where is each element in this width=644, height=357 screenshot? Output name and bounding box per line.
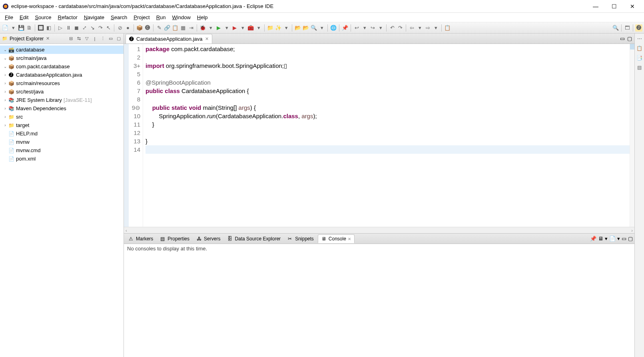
- prev-annotation-icon[interactable]: ↶: [389, 24, 396, 32]
- maximize-bottom-icon[interactable]: ▢: [628, 236, 633, 242]
- save-all-icon[interactable]: 🗎: [26, 24, 33, 32]
- menu-run[interactable]: Run: [153, 14, 169, 21]
- link-editor-icon[interactable]: ⇆: [76, 36, 82, 42]
- tree-node[interactable]: ⌄🗃️cardatabase: [0, 46, 124, 54]
- pin-editor-icon[interactable]: 📋: [444, 24, 451, 32]
- back-icon[interactable]: ⇦: [408, 24, 415, 32]
- coverage-dropdown-icon[interactable]: ▶: [231, 24, 238, 32]
- link-icon[interactable]: 🔗: [163, 24, 171, 32]
- minimize-editor-icon[interactable]: ▭: [620, 36, 625, 42]
- paste-icon[interactable]: 📋: [171, 24, 179, 32]
- open-type-icon[interactable]: 🔲: [37, 24, 44, 32]
- step-over-icon[interactable]: ↷: [97, 24, 104, 32]
- menu-search[interactable]: Search: [108, 14, 130, 21]
- menu-source[interactable]: Source: [32, 14, 54, 21]
- quick-access-icon[interactable]: 🔍: [612, 24, 619, 32]
- collapse-all-icon[interactable]: ⊟: [68, 36, 74, 42]
- indent-icon[interactable]: ⇥: [187, 24, 195, 32]
- line-number-gutter[interactable]: 123+56789⊖1011121314: [129, 44, 143, 227]
- nav-back-icon[interactable]: ↩: [353, 24, 360, 32]
- skip-breakpoints-icon[interactable]: ⊘: [116, 24, 124, 32]
- maximize-button[interactable]: ☐: [605, 0, 623, 13]
- pin-icon[interactable]: 📌: [341, 24, 349, 32]
- tree-node[interactable]: 📄pom.xml: [0, 155, 124, 163]
- open-folder-icon[interactable]: 📂: [302, 24, 309, 32]
- display-console-icon[interactable]: 🖥: [598, 236, 603, 242]
- maximize-view-icon[interactable]: ▢: [116, 36, 122, 42]
- new-server-icon[interactable]: 📁: [267, 24, 274, 32]
- outline-icon[interactable]: 📋: [636, 45, 643, 52]
- filter-icon[interactable]: ▽: [84, 36, 90, 42]
- search-icon[interactable]: 🔍: [310, 24, 317, 32]
- java-perspective-icon[interactable]: 🅙: [635, 24, 642, 32]
- step-into-icon[interactable]: ↘: [89, 24, 96, 32]
- wand-icon[interactable]: ✎: [156, 24, 163, 32]
- annotation-ruler[interactable]: [124, 44, 129, 227]
- scroll-left-icon[interactable]: ‹: [126, 228, 127, 233]
- tree-node[interactable]: ›📚Maven Dependencies: [0, 104, 124, 113]
- twisty-icon[interactable]: ›: [2, 98, 8, 102]
- save-icon[interactable]: 💾: [18, 24, 25, 32]
- close-view-icon[interactable]: ✕: [46, 36, 50, 41]
- twisty-icon[interactable]: ›: [2, 89, 8, 94]
- web-icon[interactable]: 🌐: [330, 24, 337, 32]
- tree-node[interactable]: 📄mvnw.cmd: [0, 146, 124, 155]
- bottom-tab-properties[interactable]: ▤Properties: [157, 234, 193, 243]
- scroll-right-icon[interactable]: ›: [631, 228, 633, 233]
- dropdown-icon[interactable]: ▾: [10, 24, 17, 32]
- open-perspective-icon[interactable]: 🗔: [624, 24, 631, 32]
- project-tree[interactable]: ⌄🗃️cardatabase⌄📦src/main/java⌄📦com.packt…: [0, 44, 124, 357]
- external-tools-icon[interactable]: 🧰: [247, 24, 254, 32]
- debug-resume-icon[interactable]: ▷: [57, 24, 64, 32]
- tree-node[interactable]: ›🅙CardatabaseApplication.java: [0, 71, 124, 79]
- debug-stop-icon[interactable]: ◼: [73, 24, 80, 32]
- twisty-icon[interactable]: ›: [2, 81, 8, 85]
- debug-suspend-icon[interactable]: ⏸: [65, 24, 72, 32]
- tree-node[interactable]: ⌄📦com.packt.cardatabase: [0, 62, 124, 71]
- minimize-bottom-icon[interactable]: ▭: [622, 236, 626, 242]
- maximize-editor-icon[interactable]: ▢: [627, 36, 632, 42]
- bottom-tab-markers[interactable]: ⚠Markers: [126, 234, 156, 243]
- tree-node[interactable]: ›📚JRE System Library[JavaSE-11]: [0, 96, 124, 104]
- tree-node[interactable]: ⌄📦src/main/java: [0, 54, 124, 62]
- menu-file[interactable]: File: [2, 14, 16, 21]
- step-return-icon[interactable]: ↖: [105, 24, 112, 32]
- menu-navigate[interactable]: Navigate: [81, 14, 108, 21]
- close-tab-icon[interactable]: ✕: [348, 237, 351, 241]
- menu-edit[interactable]: Edit: [16, 14, 32, 21]
- bottom-tab-servers[interactable]: 🖧Servers: [193, 234, 223, 243]
- nav-fwd-icon[interactable]: ↪: [369, 24, 376, 32]
- bottom-tab-console[interactable]: 🖥Console ✕: [318, 234, 355, 243]
- minimize-view-icon[interactable]: ▭: [108, 36, 114, 42]
- forward-icon[interactable]: ⇨: [424, 24, 431, 32]
- tree-node[interactable]: ›📁target: [0, 121, 124, 129]
- twisty-icon[interactable]: ›: [2, 123, 8, 127]
- menu-refactor[interactable]: Refactor: [55, 14, 81, 21]
- pin-console-icon[interactable]: 📌: [590, 236, 596, 242]
- minimize-button[interactable]: —: [586, 0, 605, 13]
- close-tab-icon[interactable]: ✕: [205, 36, 209, 42]
- minimap-icon[interactable]: ▤: [636, 64, 643, 71]
- twisty-icon[interactable]: ›: [2, 73, 8, 77]
- twisty-icon[interactable]: ›: [2, 106, 8, 111]
- menu-help[interactable]: Help: [194, 14, 211, 21]
- next-annotation-icon[interactable]: ↷: [397, 24, 404, 32]
- new-icon[interactable]: 📄: [2, 24, 9, 32]
- close-button[interactable]: ✕: [623, 0, 642, 13]
- toggle-icon[interactable]: ◧: [45, 24, 52, 32]
- open-task-icon[interactable]: 📂: [294, 24, 301, 32]
- view-menu-icon[interactable]: ⋮: [100, 36, 106, 42]
- new-wizard-icon[interactable]: ✨: [275, 24, 282, 32]
- editor-tab-active[interactable]: 🅙 CardatabaseApplication.java ✕: [126, 34, 212, 44]
- tree-node[interactable]: 📄mvnw: [0, 138, 124, 146]
- bottom-tab-snippets[interactable]: ✂Snippets: [285, 234, 317, 243]
- new-package-icon[interactable]: 📦: [136, 24, 143, 32]
- debug-disconnect-icon[interactable]: ⤢: [81, 24, 88, 32]
- run-dropdown-icon[interactable]: ▶: [215, 24, 222, 32]
- tree-node[interactable]: ›📁src: [0, 113, 124, 121]
- breakpoint-icon[interactable]: ●: [124, 24, 132, 32]
- tree-node[interactable]: ›📦src/test/java: [0, 87, 124, 96]
- code-editor[interactable]: 123+56789⊖1011121314 package com.packt.c…: [124, 44, 634, 227]
- trim-restore-icon[interactable]: ⋯: [636, 35, 643, 42]
- editor-horizontal-scrollbar[interactable]: ‹ ›: [124, 227, 634, 233]
